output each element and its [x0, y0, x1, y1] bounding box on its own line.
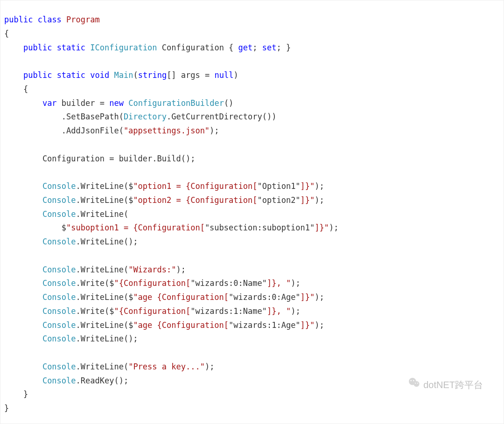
- watermark: dotNET跨平台: [392, 360, 483, 410]
- svg-point-5: [417, 383, 418, 384]
- wechat-icon: [392, 360, 420, 410]
- svg-point-2: [411, 380, 412, 381]
- code-content: public class Program { public static ICo…: [4, 13, 500, 416]
- svg-point-3: [413, 380, 414, 381]
- watermark-text: dotNET跨平台: [423, 377, 483, 393]
- code-block: public class Program { public static ICo…: [0, 0, 504, 424]
- svg-point-4: [415, 383, 416, 384]
- svg-point-1: [413, 381, 419, 387]
